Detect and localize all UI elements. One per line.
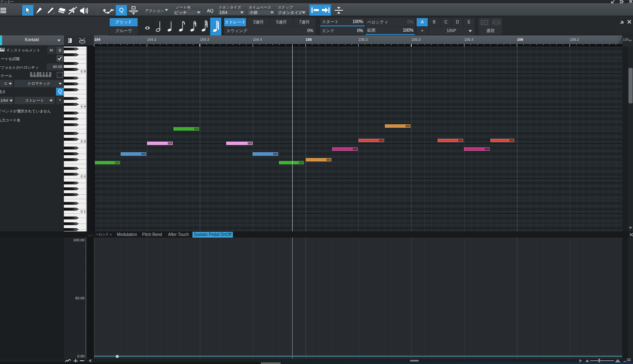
svg-text:C 1: C 1	[81, 210, 86, 213]
svg-text:C 3: C 3	[81, 140, 86, 143]
svg-text:C 2: C 2	[81, 175, 86, 178]
svg-text:C 4: C 4	[81, 105, 86, 108]
svg-text:C 5: C 5	[81, 70, 86, 73]
